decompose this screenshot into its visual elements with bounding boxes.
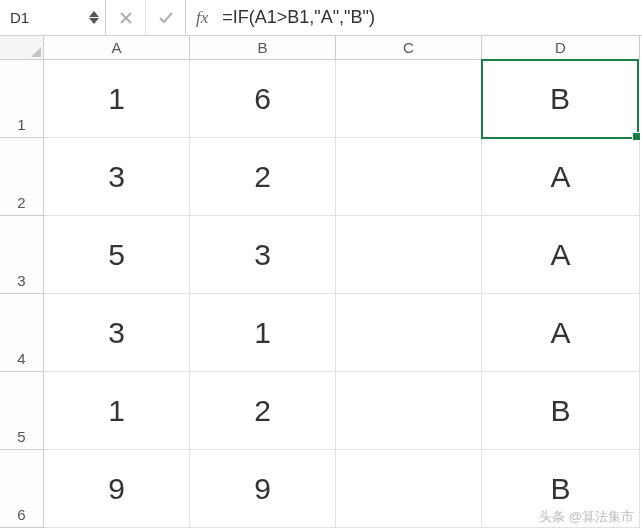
row-header-2[interactable]: 2: [0, 138, 44, 216]
table-row: 4 3 1 A: [0, 294, 642, 372]
cell-b2[interactable]: 2: [190, 138, 336, 216]
table-row: 5 1 2 B: [0, 372, 642, 450]
row-header-4[interactable]: 4: [0, 294, 44, 372]
cell-a5[interactable]: 1: [44, 372, 190, 450]
close-icon: [118, 10, 134, 26]
cell-d3[interactable]: A: [482, 216, 640, 294]
cell-c1[interactable]: [336, 60, 482, 138]
cell-c3[interactable]: [336, 216, 482, 294]
row-header-6[interactable]: 6: [0, 450, 44, 528]
cell-a3[interactable]: 5: [44, 216, 190, 294]
formula-bar: D1 fx: [0, 0, 642, 36]
column-header-b[interactable]: B: [190, 36, 336, 60]
row-header-5[interactable]: 5: [0, 372, 44, 450]
name-box-stepper[interactable]: [89, 11, 99, 24]
formula-input[interactable]: [218, 0, 642, 35]
cell-b1[interactable]: 6: [190, 60, 336, 138]
chevron-down-icon[interactable]: [89, 18, 99, 24]
select-all-corner[interactable]: [0, 36, 44, 60]
confirm-formula-button[interactable]: [146, 0, 186, 35]
fx-label[interactable]: fx: [186, 8, 218, 28]
cell-c6[interactable]: [336, 450, 482, 528]
check-icon: [158, 10, 174, 26]
cell-b3[interactable]: 3: [190, 216, 336, 294]
cell-d4[interactable]: A: [482, 294, 640, 372]
table-row: 2 3 2 A: [0, 138, 642, 216]
cell-a6[interactable]: 9: [44, 450, 190, 528]
chevron-up-icon[interactable]: [89, 11, 99, 17]
column-headers: A B C D: [0, 36, 642, 60]
row-header-1[interactable]: 1: [0, 60, 44, 138]
table-row: 3 5 3 A: [0, 216, 642, 294]
name-box-value: D1: [10, 9, 29, 26]
cell-c4[interactable]: [336, 294, 482, 372]
name-box[interactable]: D1: [0, 0, 106, 35]
table-row: 1 1 6 B: [0, 60, 642, 138]
cell-a4[interactable]: 3: [44, 294, 190, 372]
cancel-formula-button[interactable]: [106, 0, 146, 35]
cell-c5[interactable]: [336, 372, 482, 450]
spreadsheet-grid: A B C D 1 1 6 B 2 3 2 A 3 5 3 A 4 3 1 A …: [0, 36, 642, 528]
cell-a2[interactable]: 3: [44, 138, 190, 216]
watermark: 头条 @算法集市: [539, 508, 634, 526]
row-header-3[interactable]: 3: [0, 216, 44, 294]
cell-b5[interactable]: 2: [190, 372, 336, 450]
cell-d1[interactable]: B: [481, 59, 639, 139]
cell-c2[interactable]: [336, 138, 482, 216]
cell-a1[interactable]: 1: [44, 60, 190, 138]
cell-d5[interactable]: B: [482, 372, 640, 450]
column-header-a[interactable]: A: [44, 36, 190, 60]
cell-b4[interactable]: 1: [190, 294, 336, 372]
column-header-c[interactable]: C: [336, 36, 482, 60]
cell-b6[interactable]: 9: [190, 450, 336, 528]
column-header-d[interactable]: D: [482, 36, 640, 60]
cell-d2[interactable]: A: [482, 138, 640, 216]
